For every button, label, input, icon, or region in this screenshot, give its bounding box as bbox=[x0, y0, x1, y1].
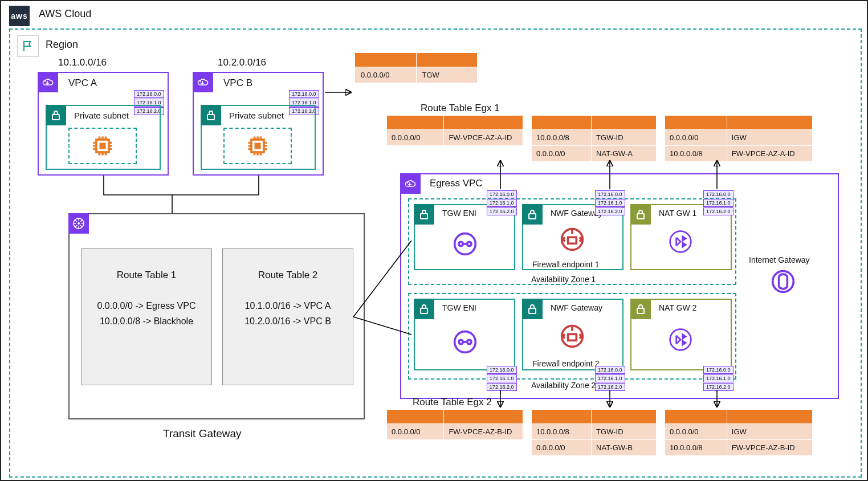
igw-label: Internet Gateway bbox=[749, 255, 810, 264]
nat-gw-icon bbox=[668, 229, 693, 254]
svg-rect-3 bbox=[207, 115, 214, 120]
az1-label: Availability Zone 1 bbox=[531, 275, 596, 284]
tgw-icon bbox=[68, 213, 89, 234]
tgw-rt1-title: Route Table 1 bbox=[81, 270, 211, 281]
vpc-route-table: 0.0.0.0/0TGW bbox=[354, 52, 478, 83]
svg-point-9 bbox=[459, 242, 463, 246]
vpc-a-label: VPC A bbox=[68, 78, 97, 89]
nat-gw-icon bbox=[668, 327, 693, 352]
egress-vpc-label: Egress VPC bbox=[430, 178, 483, 189]
vpc-a-cidr: 10.1.0.0/16 bbox=[58, 57, 107, 68]
tgw-rt1: Route Table 1 0.0.0.0/0 -> Egress VPC 10… bbox=[81, 248, 212, 385]
vpc-b-cidr: 10.2.0.0/16 bbox=[218, 57, 266, 68]
eni-icon bbox=[453, 231, 478, 256]
tgw-rt2: Route Table 2 10.1.0.0/16 -> VPC A 10.2.… bbox=[222, 248, 353, 385]
vpc-a-subnet-label: Private subnet bbox=[74, 111, 129, 120]
az2-tgw-eni-label: TGW ENI bbox=[442, 303, 476, 312]
svg-point-18 bbox=[459, 340, 463, 344]
egress-vpc-icon bbox=[400, 173, 421, 194]
egx1-rt-nat: 0.0.0.0/0IGW 10.0.0.0/8FW-VPCE-AZ-A-ID bbox=[665, 115, 813, 162]
az2-nwf-label: NWF Gateway bbox=[551, 303, 602, 312]
cloud-label: AWS Cloud bbox=[39, 8, 91, 20]
lock-icon bbox=[522, 299, 543, 319]
chip-icon bbox=[90, 133, 115, 158]
az2-nwf-cidr-tags: 172.16.0.0172.16.1.0172.16.2.0 bbox=[595, 366, 625, 391]
lock-icon bbox=[522, 204, 543, 225]
tgw-label: Transit Gateway bbox=[163, 427, 242, 440]
svg-rect-23 bbox=[637, 308, 644, 313]
az2-label: Availability Zone 2 bbox=[531, 381, 596, 390]
vpc-b-icon bbox=[193, 72, 213, 92]
lock-icon bbox=[414, 204, 434, 225]
svg-rect-16 bbox=[421, 308, 427, 313]
egx1-label: Route Table Egx 1 bbox=[421, 103, 500, 114]
tgw-rt2-title: Route Table 2 bbox=[223, 270, 353, 281]
svg-rect-2 bbox=[100, 143, 106, 149]
az1-nat-cidr-tags: 172.16.0.0172.16.1.0172.16.2.0 bbox=[703, 190, 733, 215]
az1-eni-cidr-tags: 172.16.0.0172.16.1.0172.16.2.0 bbox=[487, 190, 517, 215]
region-flag-icon bbox=[17, 35, 39, 57]
az2-fw-endpoint-label: Firewall endpoint 2 bbox=[532, 359, 600, 368]
firewall-icon bbox=[560, 227, 585, 252]
egx1-rt-eni: 0.0.0.0/0FW-VPCE-AZ-A-ID bbox=[386, 115, 523, 146]
vpc-a-subnet-lock-icon bbox=[46, 105, 66, 125]
lock-icon bbox=[630, 299, 651, 319]
svg-rect-11 bbox=[529, 214, 536, 219]
svg-rect-0 bbox=[52, 115, 59, 120]
svg-point-19 bbox=[467, 340, 471, 344]
svg-point-10 bbox=[467, 242, 471, 246]
eni-icon bbox=[453, 329, 478, 354]
az2-nat-cidr-tags: 172.16.0.0172.16.1.0172.16.2.0 bbox=[703, 366, 733, 391]
svg-rect-14 bbox=[637, 214, 644, 219]
egx2-rt-nat: 0.0.0.0/0IGW 10.0.0.0/8FW-VPCE-AZ-B-ID bbox=[665, 409, 813, 456]
diagram-canvas: aws AWS Cloud Region 10.1.0.0/16 VPC A 1… bbox=[0, 0, 868, 481]
svg-rect-22 bbox=[568, 334, 577, 340]
svg-rect-5 bbox=[255, 143, 261, 149]
svg-rect-7 bbox=[421, 214, 427, 219]
az1-nwf-cidr-tags: 172.16.0.0172.16.1.0172.16.2.0 bbox=[595, 190, 625, 215]
aws-logo-icon: aws bbox=[9, 6, 30, 26]
egx1-rt-nwf: 10.0.0.0/8TGW-ID 0.0.0.0/0NAT-GW-A bbox=[531, 115, 657, 162]
vpc-b-subnet-label: Private subnet bbox=[229, 111, 284, 120]
egx2-label: Route Table Egx 2 bbox=[413, 397, 492, 408]
vpc-b-label: VPC B bbox=[223, 78, 252, 89]
egx2-rt-nwf: 10.0.0.0/8TGW-ID 0.0.0.0/0NAT-GW-B bbox=[531, 409, 657, 456]
egx2-rt-eni: 0.0.0.0/0FW-VPCE-AZ-B-ID bbox=[386, 409, 523, 440]
lock-icon bbox=[414, 299, 434, 319]
firewall-icon bbox=[560, 324, 585, 349]
vpc-a-icon bbox=[38, 72, 58, 92]
az1-nat-label: NAT GW 1 bbox=[659, 209, 696, 218]
svg-point-26 bbox=[78, 222, 80, 225]
region-label: Region bbox=[46, 39, 78, 51]
az2-eni-cidr-tags: 172.16.0.0172.16.1.0172.16.2.0 bbox=[487, 366, 517, 391]
igw-icon bbox=[771, 269, 796, 294]
chip-icon bbox=[245, 133, 270, 158]
az1-fw-endpoint-label: Firewall endpoint 1 bbox=[532, 260, 600, 269]
az2-nat-label: NAT GW 2 bbox=[659, 303, 696, 312]
svg-rect-20 bbox=[529, 308, 536, 313]
svg-rect-13 bbox=[568, 237, 577, 243]
lock-icon bbox=[630, 204, 651, 225]
az1-tgw-eni-label: TGW ENI bbox=[442, 209, 476, 218]
vpc-b-subnet-lock-icon bbox=[201, 105, 221, 125]
